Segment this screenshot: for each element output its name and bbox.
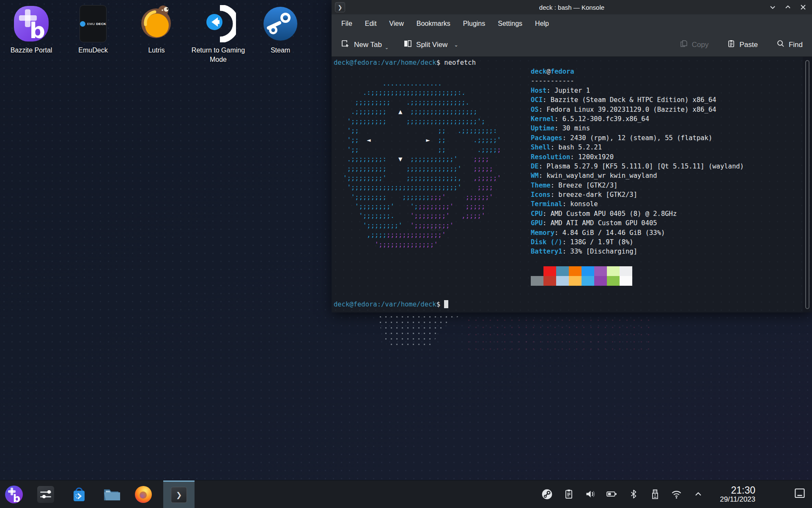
terminal-line-command: deck@fedora:/var/home/deck$ neofetch bbox=[334, 58, 476, 67]
chevron-down-icon: ⌄ bbox=[385, 45, 389, 50]
menu-view[interactable]: View bbox=[384, 17, 409, 30]
minimize-button[interactable] bbox=[768, 3, 777, 12]
lutris-icon bbox=[138, 4, 175, 43]
desktop-icon-steam[interactable]: Steam bbox=[252, 4, 308, 55]
volume-tray-icon[interactable] bbox=[584, 489, 596, 500]
paste-button[interactable]: Paste bbox=[723, 36, 762, 53]
clipboard-tray-icon[interactable] bbox=[563, 489, 574, 500]
neofetch-color-palette bbox=[531, 266, 632, 286]
digital-clock[interactable]: 21:30 29/11/2023 bbox=[720, 485, 755, 504]
wifi-tray-icon[interactable] bbox=[671, 489, 682, 500]
file-manager-button[interactable] bbox=[102, 486, 120, 503]
split-view-icon bbox=[403, 39, 412, 50]
sliders-icon bbox=[37, 486, 54, 503]
firefox-icon bbox=[135, 486, 152, 503]
return-gaming-mode-icon bbox=[200, 4, 237, 43]
paste-icon bbox=[727, 39, 735, 50]
window-title: deck : bash — Konsole bbox=[332, 4, 812, 11]
desktop-icon-label: Steam bbox=[252, 46, 308, 55]
konsole-task-active[interactable]: ❯ bbox=[163, 480, 195, 508]
split-view-button[interactable]: Split View ⌄ bbox=[399, 36, 462, 54]
terminal-prompt: deck@fedora:/var/home/deck$ bbox=[334, 300, 448, 309]
scrollbar-track[interactable] bbox=[803, 57, 812, 312]
firefox-button[interactable] bbox=[134, 486, 152, 503]
system-settings-button[interactable] bbox=[37, 486, 55, 503]
steam-tray-icon[interactable] bbox=[541, 489, 553, 500]
desktop-icon-bazzite-portal[interactable]: b Bazzite Portal bbox=[3, 4, 59, 55]
copy-button[interactable]: Copy bbox=[675, 36, 713, 53]
usb-device-tray-icon[interactable] bbox=[649, 489, 661, 500]
search-icon bbox=[776, 39, 785, 50]
find-button[interactable]: Find bbox=[772, 36, 807, 53]
desktop-icon-label: Lutris bbox=[129, 46, 184, 55]
new-tab-button[interactable]: New Tab ⌄ bbox=[337, 36, 393, 54]
desktop-icon-label: Return to Gaming Mode bbox=[190, 46, 246, 64]
steam-icon bbox=[262, 4, 299, 43]
battery-tray-icon[interactable] bbox=[606, 489, 617, 500]
neofetch-info-block: deck@fedora-----------Host: Jupiter 1OCI… bbox=[531, 67, 744, 257]
menu-file[interactable]: File bbox=[336, 17, 358, 30]
menu-help[interactable]: Help bbox=[529, 17, 554, 30]
discover-button[interactable] bbox=[70, 486, 88, 503]
close-button[interactable] bbox=[798, 3, 808, 12]
bluetooth-tray-icon[interactable] bbox=[628, 489, 639, 500]
taskbar: b ❯ bbox=[0, 480, 812, 508]
wallpaper-skull-dots bbox=[378, 314, 461, 347]
desktop-icon-label: Bazzite Portal bbox=[3, 46, 59, 55]
desktop-icon-emudeck[interactable]: EMU DECK EmuDeck bbox=[65, 4, 121, 55]
menu-plugins[interactable]: Plugins bbox=[458, 17, 491, 30]
neofetch-ascii-logo: ............... .:;;;;;;;;;;;;;;;;;;;;;;… bbox=[339, 79, 501, 249]
bazzite-portal-icon: b bbox=[13, 4, 50, 43]
emudeck-icon: EMU DECK bbox=[74, 4, 112, 43]
tray-expander-chevron-up[interactable] bbox=[692, 489, 704, 500]
wallpaper-faint-dots bbox=[465, 317, 651, 353]
clock-date: 29/11/2023 bbox=[720, 496, 755, 504]
clock-time: 21:30 bbox=[720, 485, 755, 496]
terminal-area[interactable]: us deck@fedora:/var/home/deck$ neofetch … bbox=[332, 57, 812, 312]
konsole-icon: ❯ bbox=[171, 487, 187, 503]
desktop-icon-lutris[interactable]: Lutris bbox=[129, 4, 184, 55]
maximize-button[interactable] bbox=[783, 3, 793, 12]
copy-icon bbox=[680, 39, 688, 50]
desktop-icon-label: EmuDeck bbox=[65, 46, 121, 55]
bazzite-launcher-icon: b bbox=[5, 486, 23, 503]
terminal-cursor bbox=[444, 300, 448, 308]
menu-bar: File Edit View Bookmarks Plugins Setting… bbox=[332, 14, 812, 33]
shopping-bag-icon bbox=[71, 486, 88, 503]
show-desktop-button[interactable] bbox=[793, 487, 806, 501]
menu-settings[interactable]: Settings bbox=[492, 17, 528, 30]
folder-icon bbox=[102, 486, 120, 503]
toolbar: New Tab ⌄ Split View ⌄ Copy Paste bbox=[332, 33, 812, 57]
scrollbar-handle[interactable] bbox=[805, 60, 809, 309]
app-launcher-button[interactable]: b bbox=[5, 486, 23, 503]
menu-bookmarks[interactable]: Bookmarks bbox=[411, 17, 456, 30]
new-tab-icon bbox=[341, 39, 350, 50]
window-titlebar[interactable]: ❯ deck : bash — Konsole bbox=[332, 0, 812, 14]
chevron-down-icon: ⌄ bbox=[454, 42, 458, 48]
desktop-icon-return-gaming-mode[interactable]: Return to Gaming Mode bbox=[190, 4, 246, 64]
menu-edit[interactable]: Edit bbox=[359, 17, 382, 30]
konsole-window: ❯ deck : bash — Konsole File Edit View B… bbox=[332, 0, 812, 312]
